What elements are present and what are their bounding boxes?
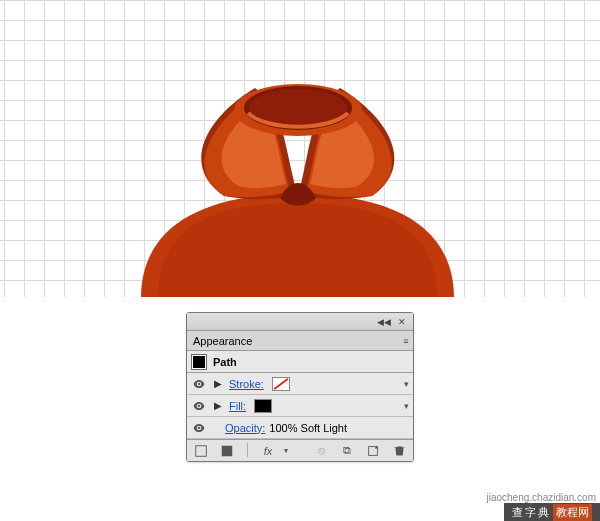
- expand-stroke-icon[interactable]: ▶: [213, 378, 223, 389]
- panel-footer: fx ▾ ⦸ ⧉: [187, 439, 413, 461]
- watermark-url: jiaocheng.chazidian.com: [486, 492, 596, 503]
- visibility-toggle-fill[interactable]: [191, 398, 207, 414]
- clear-appearance-icon: ⦸: [313, 443, 329, 459]
- stroke-dropdown-icon[interactable]: ▾: [404, 379, 409, 389]
- svg-line-4: [274, 378, 288, 388]
- svg-rect-8: [222, 445, 233, 456]
- expand-fill-icon[interactable]: ▶: [213, 400, 223, 411]
- panel-tabbar: ◀◀ ✕: [187, 313, 413, 331]
- fill-link[interactable]: Fill:: [229, 400, 246, 412]
- watermark-main: 查字典 教程网: [504, 503, 600, 521]
- selection-preview-swatch: [191, 354, 207, 370]
- duplicate-item-icon[interactable]: ⧉: [339, 443, 355, 459]
- watermark-bar: 查字典 教程网: [504, 503, 600, 521]
- fill-row[interactable]: ▶ Fill: ▾: [187, 395, 413, 417]
- visibility-toggle-stroke[interactable]: [191, 376, 207, 392]
- visibility-toggle-opacity[interactable]: [191, 420, 207, 436]
- vector-bag-illustration: [120, 78, 475, 297]
- path-header-row: Path: [187, 351, 413, 373]
- panel-title: Appearance: [193, 335, 252, 347]
- collapse-icon[interactable]: ◀◀: [377, 316, 391, 328]
- eye-icon: [192, 421, 206, 435]
- opacity-row[interactable]: Opacity: 100% Soft Light: [187, 417, 413, 439]
- stroke-swatch-none[interactable]: [272, 377, 290, 391]
- fill-dropdown-icon[interactable]: ▾: [404, 401, 409, 411]
- fx-menu-icon[interactable]: fx: [260, 443, 276, 459]
- appearance-panel: ◀◀ ✕ Appearance ≡ Path ▶ Stroke: ▾ ▶ Fil…: [186, 312, 414, 462]
- stroke-row[interactable]: ▶ Stroke: ▾: [187, 373, 413, 395]
- watermark-cn: 查字典: [512, 505, 551, 520]
- none-slash-icon: [273, 378, 289, 390]
- svg-point-3: [198, 382, 200, 384]
- eye-icon: [192, 377, 206, 391]
- close-icon[interactable]: ✕: [395, 316, 409, 328]
- panel-menu-icon[interactable]: ≡: [399, 335, 413, 347]
- opacity-value: 100% Soft Light: [269, 422, 347, 434]
- eye-icon: [192, 399, 206, 413]
- footer-separator: [247, 443, 248, 457]
- artboard-grid: [0, 0, 600, 297]
- svg-point-6: [198, 426, 200, 428]
- stroke-link[interactable]: Stroke:: [229, 378, 264, 390]
- new-item-icon[interactable]: [365, 443, 381, 459]
- fill-swatch-black[interactable]: [254, 399, 272, 413]
- panel-title-row: Appearance ≡: [187, 331, 413, 351]
- path-label: Path: [213, 356, 237, 368]
- new-art-stroke-icon[interactable]: [219, 443, 235, 459]
- opacity-link[interactable]: Opacity:: [225, 422, 265, 434]
- svg-point-5: [198, 404, 200, 406]
- trash-icon[interactable]: [391, 443, 407, 459]
- svg-rect-7: [196, 445, 207, 456]
- fx-dropdown-icon[interactable]: ▾: [278, 443, 294, 459]
- new-art-basic-icon[interactable]: [193, 443, 209, 459]
- watermark-sub: 教程网: [553, 504, 592, 521]
